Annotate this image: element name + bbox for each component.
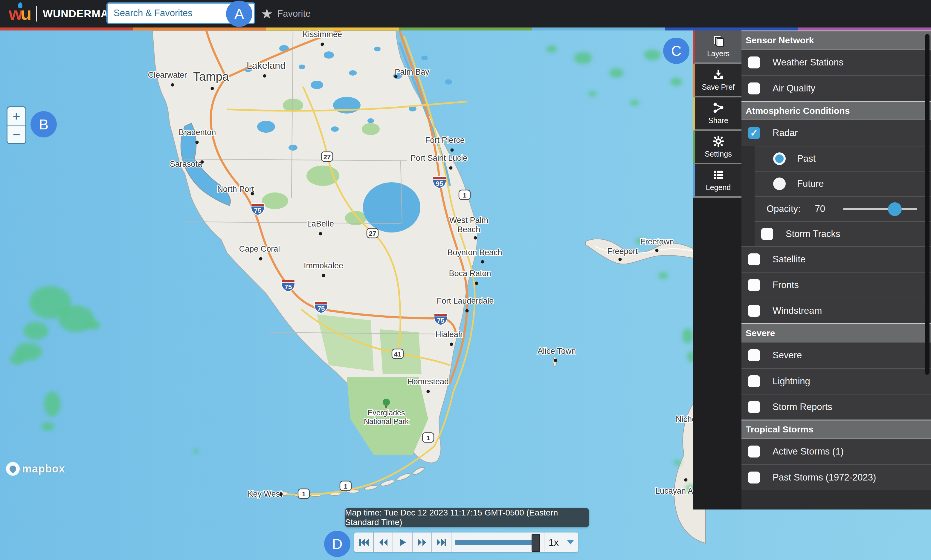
radio-past-selected[interactable]: [773, 152, 786, 165]
fast-forward-button[interactable]: [413, 532, 432, 552]
scrollbar-thumb[interactable]: [925, 34, 929, 375]
layer-label: Past Storms (1972-2023): [772, 472, 876, 483]
annotation-badge-d: D: [324, 531, 350, 557]
section-header-sensor-network: Sensor Network: [741, 31, 931, 49]
checkbox-satellite[interactable]: [748, 254, 760, 265]
annotation-badge-c: C: [663, 38, 689, 64]
us-route-shield-27: 27: [367, 228, 378, 238]
svg-text:95: 95: [436, 180, 443, 188]
radar-blob: [574, 52, 592, 64]
layer-row-storm-reports[interactable]: Storm Reports: [741, 394, 931, 420]
layer-row-future[interactable]: Future: [755, 171, 931, 196]
checkbox-past-storms-1972-2023[interactable]: [748, 472, 760, 483]
radar-blob: [682, 328, 693, 344]
checkbox-lightning[interactable]: [748, 375, 760, 387]
us-route-shield-1: 1: [298, 489, 310, 498]
layer-row-lightning[interactable]: Lightning: [741, 368, 931, 394]
map-zoom-control[interactable]: + −: [6, 106, 26, 144]
mapbox-attribution[interactable]: mapbox: [6, 462, 65, 476]
right-side-ui: LayersSave PrefShareSettingsLegend Senso…: [693, 31, 931, 509]
svg-text:Kissimmee: Kissimmee: [302, 31, 342, 39]
radar-blob: [644, 49, 661, 60]
layer-row-active-storms-1[interactable]: Active Storms (1): [741, 438, 931, 465]
rainbow-segment: [0, 28, 133, 31]
radar-blob: [86, 320, 100, 329]
favorite-button[interactable]: ★ Favorite: [261, 0, 311, 28]
svg-text:West Palm: West Palm: [449, 216, 488, 225]
speed-dropdown[interactable]: 1x: [544, 532, 578, 552]
rewind-button[interactable]: [374, 532, 393, 552]
svg-text:Clearwater: Clearwater: [148, 71, 187, 80]
star-icon: ★: [261, 6, 273, 22]
play-button[interactable]: [393, 532, 413, 552]
checkbox-active-storms-1[interactable]: [748, 446, 760, 457]
layer-row-past-storms-1972-2023[interactable]: Past Storms (1972-2023): [741, 465, 931, 490]
opacity-slider-thumb[interactable]: [888, 202, 902, 216]
layer-row-past[interactable]: Past: [755, 146, 931, 171]
radar-blob: [609, 68, 624, 78]
mapbox-icon: [6, 462, 20, 476]
us-route-shield-1: 1: [422, 433, 434, 442]
layer-row-severe[interactable]: Severe: [741, 343, 931, 368]
svg-text:75: 75: [254, 207, 261, 214]
checkbox-storm-tracks[interactable]: [761, 228, 773, 240]
skip-to-end-button[interactable]: [432, 532, 452, 552]
opacity-row[interactable]: Opacity:70: [755, 196, 931, 221]
layer-row-storm-tracks[interactable]: Storm Tracks: [755, 221, 931, 246]
speed-value: 1x: [549, 537, 559, 548]
checkbox-storm-reports[interactable]: [748, 401, 760, 413]
svg-text:Palm Bay: Palm Bay: [395, 68, 429, 77]
checkbox-fronts[interactable]: [748, 279, 760, 291]
svg-text:LaBelle: LaBelle: [307, 219, 334, 228]
checkbox-radar-checked[interactable]: ✓: [748, 127, 760, 139]
lake-okeechobee: [363, 182, 420, 232]
opacity-slider[interactable]: [843, 208, 917, 210]
layer-row-windstream[interactable]: Windstream: [741, 298, 931, 323]
svg-text:27: 27: [324, 153, 331, 161]
layer-label: Satellite: [772, 254, 805, 265]
tab-legend[interactable]: Legend: [693, 165, 741, 198]
svg-text:Alice Town: Alice Town: [538, 347, 576, 355]
timeline-thumb[interactable]: [532, 534, 540, 552]
tab-layers[interactable]: Layers: [693, 31, 741, 64]
zoom-out-button[interactable]: −: [8, 126, 25, 143]
checkbox-windstream[interactable]: [748, 305, 760, 317]
tab-share[interactable]: Share: [693, 97, 741, 131]
timeline-slider[interactable]: [455, 540, 540, 545]
layers-icon: [712, 35, 724, 47]
rainbow-segment: [532, 28, 665, 31]
radio-future[interactable]: [773, 177, 786, 190]
checkbox-air-quality[interactable]: [748, 83, 760, 94]
layer-label: Fronts: [772, 280, 799, 291]
svg-text:75: 75: [437, 317, 444, 324]
layer-label: Active Storms (1): [772, 446, 844, 457]
radar-blob: [41, 422, 54, 431]
tab-settings[interactable]: Settings: [693, 131, 741, 165]
us-route-shield-1: 1: [340, 481, 351, 491]
checkbox-severe[interactable]: [748, 349, 760, 361]
animation-playbar: 1x: [354, 532, 578, 552]
zoom-in-button[interactable]: +: [8, 107, 25, 126]
layer-row-weather-stations[interactable]: Weather Stations: [741, 49, 931, 75]
wu-logo-icon[interactable]: wu: [5, 2, 34, 26]
city-label-everglades-national-park: EvergladesNational Park: [364, 409, 409, 426]
tab-save-pref[interactable]: Save Pref: [693, 64, 741, 97]
radar-blob: [546, 45, 557, 52]
svg-text:Lucayan Ar: Lucayan Ar: [655, 486, 696, 495]
city-label-sarasota: Sarasota: [170, 160, 204, 169]
section-header-label: Atmospheric Conditions: [746, 106, 850, 116]
layer-row-satellite[interactable]: Satellite: [741, 246, 931, 272]
panel-scrollbar[interactable]: [925, 33, 929, 507]
settings-icon: [712, 135, 724, 147]
radar-blob: [9, 354, 25, 365]
layer-row-fronts[interactable]: Fronts: [741, 272, 931, 298]
rainbow-segment: [266, 28, 399, 31]
svg-text:Bradenton: Bradenton: [179, 128, 216, 137]
layer-label: Radar: [772, 128, 798, 138]
layer-label: Storm Reports: [772, 402, 832, 412]
layer-row-air-quality[interactable]: Air Quality: [741, 75, 931, 101]
layer-label: Lightning: [772, 376, 810, 387]
checkbox-weather-stations[interactable]: [748, 57, 760, 68]
layer-row-radar[interactable]: ✓Radar: [741, 120, 931, 146]
skip-to-start-button[interactable]: [354, 532, 374, 552]
